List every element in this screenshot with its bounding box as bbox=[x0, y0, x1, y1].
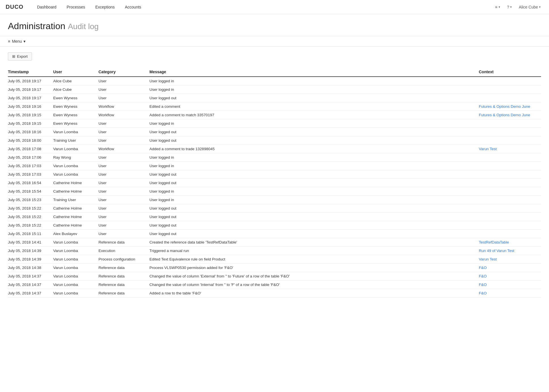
cell-user: Alice Cube bbox=[53, 85, 98, 94]
brand-logo[interactable]: DUCO bbox=[6, 4, 23, 10]
table-row: July 05, 2018 19:15Ewen WynessUserUser l… bbox=[8, 119, 541, 128]
context-link[interactable]: F&O bbox=[479, 283, 487, 287]
cell-timestamp: July 05, 2018 14:39 bbox=[8, 255, 53, 264]
cell-context bbox=[479, 179, 541, 187]
page-header: Administration Audit log bbox=[0, 14, 549, 36]
cell-category: User bbox=[98, 213, 149, 221]
cell-context bbox=[479, 187, 541, 196]
cell-message: User logged out bbox=[149, 213, 479, 221]
nav-exceptions[interactable]: Exceptions bbox=[90, 0, 120, 14]
cell-message: Process VLSWP0530 permission added for '… bbox=[149, 264, 479, 272]
cell-context[interactable]: Run 49 of Varun Test bbox=[479, 247, 541, 255]
cell-timestamp: July 05, 2018 18:00 bbox=[8, 136, 53, 145]
table-header-row: Timestamp User Category Message Context bbox=[8, 67, 541, 77]
cell-context[interactable]: F&O bbox=[479, 281, 541, 289]
cell-timestamp: July 05, 2018 19:16 bbox=[8, 102, 53, 111]
cell-user: Varun Loomba bbox=[53, 128, 98, 136]
table-row: July 05, 2018 14:37Varun LoombaReference… bbox=[8, 281, 541, 289]
cell-message: User logged in bbox=[149, 77, 479, 85]
cell-message: Added a comment to trade 132898045 bbox=[149, 145, 479, 153]
cell-context[interactable]: Futures & Options Demo June bbox=[479, 111, 541, 119]
user-menu-btn[interactable]: Alice Cube ▾ bbox=[516, 3, 543, 11]
cell-message: User logged out bbox=[149, 179, 479, 187]
nav-accounts[interactable]: Accounts bbox=[120, 0, 146, 14]
context-link[interactable]: F&O bbox=[479, 274, 487, 278]
cell-context[interactable]: Varun Test bbox=[479, 145, 541, 153]
table-row: July 05, 2018 19:15Ewen WynessWorkflowAd… bbox=[8, 111, 541, 119]
cell-user: Training User bbox=[53, 136, 98, 145]
context-link[interactable]: Varun Test bbox=[479, 257, 497, 261]
cell-user: Varun Loomba bbox=[53, 281, 98, 289]
context-link[interactable]: F&O bbox=[479, 266, 487, 270]
cell-context[interactable]: Futures & Options Demo June bbox=[479, 102, 541, 111]
context-link[interactable]: Futures & Options Demo June bbox=[479, 104, 530, 109]
hamburger-icon: ≡ bbox=[495, 5, 497, 9]
export-button[interactable]: ⊞ Export bbox=[8, 52, 32, 61]
cell-category: User bbox=[98, 94, 149, 102]
cell-timestamp: July 05, 2018 17:03 bbox=[8, 170, 53, 179]
audit-log-table: Timestamp User Category Message Context … bbox=[8, 67, 541, 298]
export-label: Export bbox=[17, 54, 28, 59]
nav-dashboard[interactable]: Dashboard bbox=[32, 0, 62, 14]
cell-context[interactable]: F&O bbox=[479, 264, 541, 272]
cell-context bbox=[479, 204, 541, 213]
content-area: ⊞ Export Timestamp User Category Message… bbox=[0, 47, 549, 303]
cell-context bbox=[479, 162, 541, 170]
context-link[interactable]: Futures & Options Demo June bbox=[479, 113, 530, 117]
table-row: July 05, 2018 19:17Alice CubeUserUser lo… bbox=[8, 85, 541, 94]
cell-category: User bbox=[98, 230, 149, 238]
cell-context bbox=[479, 153, 541, 162]
cell-timestamp: July 05, 2018 15:23 bbox=[8, 196, 53, 204]
table-row: July 05, 2018 14:39Varun LoombaExecution… bbox=[8, 247, 541, 255]
cell-context[interactable]: F&O bbox=[479, 272, 541, 281]
help-btn[interactable]: ? ▾ bbox=[504, 3, 515, 11]
col-header-context: Context bbox=[479, 67, 541, 77]
cell-context bbox=[479, 85, 541, 94]
cell-category: Process configuration bbox=[98, 255, 149, 264]
table-row: July 05, 2018 19:17Alice CubeUserUser lo… bbox=[8, 77, 541, 85]
cell-timestamp: July 05, 2018 18:16 bbox=[8, 128, 53, 136]
nav-processes[interactable]: Processes bbox=[61, 0, 90, 14]
context-link[interactable]: TestRefDataTable bbox=[479, 240, 509, 244]
cell-timestamp: July 05, 2018 16:54 bbox=[8, 179, 53, 187]
context-link[interactable]: Run 49 of Varun Test bbox=[479, 249, 514, 253]
page-title-main: Administration bbox=[8, 21, 65, 31]
cell-context bbox=[479, 196, 541, 204]
cell-user: Varun Loomba bbox=[53, 247, 98, 255]
hamburger-menu-btn[interactable]: ≡ ▾ bbox=[492, 3, 503, 11]
cell-category: Reference data bbox=[98, 281, 149, 289]
cell-message: User logged in bbox=[149, 119, 479, 128]
cell-context[interactable]: TestRefDataTable bbox=[479, 238, 541, 247]
cell-context[interactable]: F&O bbox=[479, 289, 541, 298]
table-row: July 05, 2018 14:38Varun LoombaReference… bbox=[8, 264, 541, 272]
cell-timestamp: July 05, 2018 14:39 bbox=[8, 247, 53, 255]
col-header-timestamp: Timestamp bbox=[8, 67, 53, 77]
cell-message: User logged in bbox=[149, 162, 479, 170]
context-link[interactable]: Varun Test bbox=[479, 147, 497, 151]
cell-timestamp: July 05, 2018 17:08 bbox=[8, 145, 53, 153]
cell-user: Catherine Holme bbox=[53, 213, 98, 221]
cell-category: User bbox=[98, 128, 149, 136]
cell-user: Varun Loomba bbox=[53, 264, 98, 272]
cell-context bbox=[479, 221, 541, 230]
cell-timestamp: July 05, 2018 14:38 bbox=[8, 264, 53, 272]
table-row: July 05, 2018 18:16Varun LoombaUserUser … bbox=[8, 128, 541, 136]
table-row: July 05, 2018 14:37Varun LoombaReference… bbox=[8, 272, 541, 281]
cell-user: Catherine Holme bbox=[53, 187, 98, 196]
cell-timestamp: July 05, 2018 14:41 bbox=[8, 238, 53, 247]
cell-category: User bbox=[98, 162, 149, 170]
cell-context[interactable]: Varun Test bbox=[479, 255, 541, 264]
table-row: July 05, 2018 16:54Catherine HolmeUserUs… bbox=[8, 179, 541, 187]
cell-category: User bbox=[98, 153, 149, 162]
cell-timestamp: July 05, 2018 19:15 bbox=[8, 111, 53, 119]
table-row: July 05, 2018 17:03Varun LoombaUserUser … bbox=[8, 170, 541, 179]
context-link[interactable]: F&O bbox=[479, 291, 487, 295]
cell-message: Added a row to the table 'F&O' bbox=[149, 289, 479, 298]
menu-chevron-icon: ▾ bbox=[499, 5, 500, 8]
cell-user: Varun Loomba bbox=[53, 272, 98, 281]
cell-message: User logged in bbox=[149, 187, 479, 196]
cell-timestamp: July 05, 2018 19:17 bbox=[8, 85, 53, 94]
table-row: July 05, 2018 17:06Ray WongUserUser logg… bbox=[8, 153, 541, 162]
cell-category: User bbox=[98, 136, 149, 145]
admin-menu-btn[interactable]: ≡ Menu ▾ bbox=[8, 39, 25, 44]
